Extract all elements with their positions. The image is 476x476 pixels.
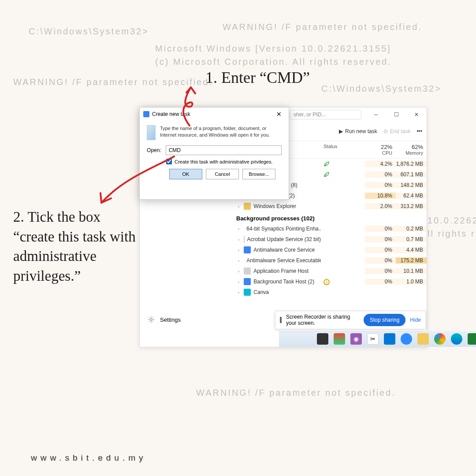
open-label: Open: (147, 147, 161, 153)
taskbar: ◉ ✂ ⊡ (279, 331, 476, 347)
end-task-button[interactable]: ⊘ End task (383, 128, 411, 134)
bg-text-partial: 10.0.2262 ll rights r (428, 214, 476, 240)
expand-icon[interactable]: › (236, 237, 241, 242)
cpu-cell: 2.0% (365, 203, 396, 209)
col-cpu[interactable]: 22%CPU (365, 144, 396, 156)
arrow-to-checkbox (88, 154, 176, 212)
website-url: www.sbit.edu.my (31, 453, 147, 463)
taskbar-app-icon[interactable] (451, 333, 462, 345)
process-row[interactable]: ›Background Task Host (2)||0%1.0 MB (234, 276, 427, 287)
process-name: Windows Explorer (253, 203, 296, 209)
browse-button[interactable]: Browse... (242, 169, 275, 179)
taskbar-app-icon[interactable] (334, 333, 345, 345)
dialog-icon (143, 111, 149, 117)
arrow-to-input (170, 84, 209, 128)
taskbar-app-icon[interactable] (468, 333, 476, 345)
admin-checkbox-label: Create this task with administrative pri… (175, 159, 273, 164)
app-icon (244, 203, 251, 210)
search-input[interactable]: sher, or PID... (290, 110, 361, 119)
app-icon (244, 268, 251, 275)
col-status[interactable]: Status (321, 144, 365, 156)
close-button[interactable]: ✕ (406, 108, 427, 122)
process-row[interactable]: ›Antimalware Core Service0%4.4 MB (234, 245, 427, 255)
process-name: Application Frame Host (253, 268, 309, 274)
mem-cell: 607.1 MB (396, 171, 427, 178)
run-new-task-button[interactable]: ▶ Run new task (339, 128, 377, 134)
leaf-icon (324, 161, 330, 167)
mem-cell: 0.2 MB (396, 226, 427, 232)
cancel-button[interactable]: Cancel (206, 169, 239, 179)
svg-point-3 (150, 319, 152, 321)
cpu-cell: 0% (365, 268, 396, 274)
cpu-cell: 0% (365, 279, 396, 285)
pause-icon: || (324, 279, 330, 285)
annotation-step1: 1. Enter “CMD” (205, 68, 310, 87)
process-row[interactable]: ›Acrobat Update Service (32 bit)0%0.7 MB (234, 234, 427, 245)
taskbar-app-icon[interactable] (384, 333, 395, 345)
expand-icon[interactable]: › (236, 248, 241, 253)
process-name: Acrobat Update Service (32 bit) (247, 236, 321, 242)
hide-button[interactable]: Hide (410, 317, 421, 323)
mem-cell: 1.0 MB (396, 279, 427, 285)
share-text: Screen Recorder is sharing your screen. (286, 314, 359, 326)
open-input[interactable] (166, 145, 282, 155)
expand-icon[interactable]: › (236, 279, 241, 284)
bg-text-prompt: C:\Windows\System32> (29, 26, 149, 37)
dialog-close-button[interactable]: ✕ (273, 111, 285, 118)
gear-icon (148, 316, 155, 323)
taskbar-app-icon[interactable] (401, 333, 412, 345)
cpu-cell: 0% (365, 247, 396, 253)
taskbar-app-icon[interactable] (434, 333, 446, 345)
process-name: Antimalware Core Service (253, 247, 315, 253)
maximize-button[interactable]: ☐ (386, 108, 406, 122)
expand-icon[interactable]: › (236, 227, 241, 231)
taskbar-app-icon[interactable]: ✂ (367, 333, 379, 345)
screen-share-bar: Screen Recorder is sharing your screen. … (275, 311, 426, 329)
mem-cell: 148.2 MB (396, 182, 427, 188)
cpu-cell: 4.2% (365, 161, 396, 167)
mem-cell: 0.7 MB (396, 236, 427, 242)
taskbar-app-icon[interactable] (317, 333, 328, 345)
bg-text-warning3: WARNING! /F parameter not specified. (196, 388, 396, 398)
cpu-cell: 0% (365, 182, 396, 188)
expand-icon[interactable]: › (236, 204, 241, 209)
process-name: Antimalware Service Executable (246, 257, 321, 264)
process-row[interactable]: ›Windows Explorer2.0%313.2 MB (234, 201, 427, 212)
mem-cell: 10.1 MB (396, 268, 427, 274)
mem-cell: 313.2 MB (396, 203, 427, 209)
col-mem[interactable]: 62%Memory (396, 144, 427, 156)
leaf-icon (324, 171, 330, 178)
stop-icon: ⊘ (383, 128, 388, 134)
taskbar-app-icon[interactable]: ◉ (350, 333, 362, 345)
expand-icon[interactable]: › (236, 290, 241, 295)
run-icon (147, 125, 156, 140)
bg-text-warning: WARNING! /F parameter not specified. (223, 22, 422, 32)
minimize-button[interactable]: ─ (366, 108, 386, 122)
sidebar-item-settings[interactable]: Settings (140, 312, 234, 327)
cpu-cell: 0% (365, 226, 396, 232)
expand-icon[interactable]: › (236, 258, 241, 263)
mem-cell: 62.4 MB (396, 193, 427, 199)
process-row[interactable]: ›Application Frame Host0%10.1 MB (234, 266, 427, 276)
sidebar-settings-label: Settings (160, 316, 181, 323)
cpu-cell: 0% (365, 257, 396, 264)
run-new-task-label: Run new task (345, 128, 377, 134)
cpu-cell: 10.8% (365, 193, 396, 199)
process-row[interactable]: ›64-bit Synaptics Pointing Enha...0%0.2 … (234, 223, 427, 234)
annotation-step2: 2. Tick the box “create this task with a… (13, 207, 137, 286)
app-icon (244, 289, 251, 296)
mem-cell: 1,876.2 MB (396, 161, 427, 167)
process-row[interactable]: ›Antimalware Service Executable0%175.2 M… (234, 255, 427, 266)
process-name: Canva (253, 289, 269, 295)
bg-text-version: Microsoft Windows [Version 10.0.22621.31… (155, 42, 392, 68)
app-icon (244, 246, 251, 253)
more-button[interactable]: ••• (416, 128, 422, 134)
app-icon (244, 278, 251, 285)
taskbar-app-icon[interactable] (417, 333, 429, 345)
stop-sharing-button[interactable]: Stop sharing (364, 314, 405, 326)
mem-cell: 175.2 MB (396, 257, 427, 264)
expand-icon[interactable]: › (236, 269, 241, 274)
cpu-cell: 0% (365, 171, 396, 178)
process-row[interactable]: ›Canva (234, 287, 427, 298)
process-name: Background Task Host (2) (253, 279, 314, 285)
